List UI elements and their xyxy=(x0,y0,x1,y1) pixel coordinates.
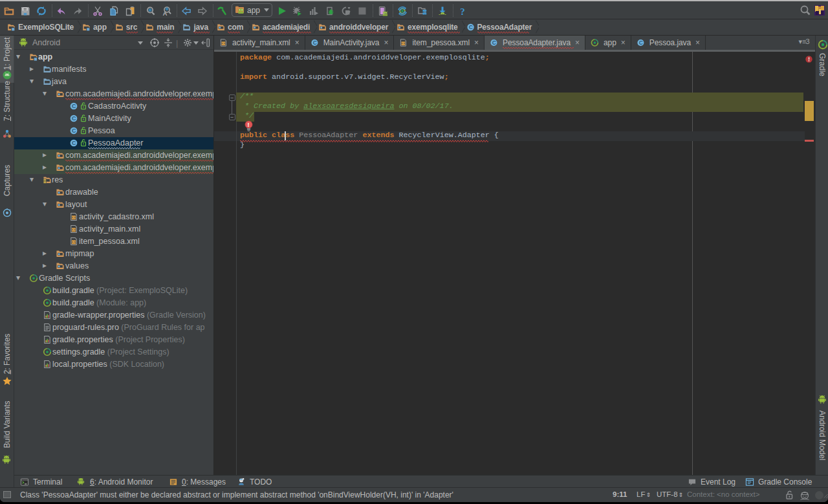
svg-text:C: C xyxy=(72,103,76,109)
svg-text:A: A xyxy=(163,10,167,16)
svg-text:C: C xyxy=(468,24,472,30)
svg-text:!: ! xyxy=(248,122,250,128)
svg-text:C: C xyxy=(638,39,642,46)
svg-text:C: C xyxy=(492,39,496,46)
svg-text:C: C xyxy=(312,39,316,46)
svg-text:C: C xyxy=(72,127,76,134)
svg-text:C: C xyxy=(72,115,76,122)
svg-text:?: ? xyxy=(460,6,465,16)
svg-text:C: C xyxy=(72,140,76,146)
